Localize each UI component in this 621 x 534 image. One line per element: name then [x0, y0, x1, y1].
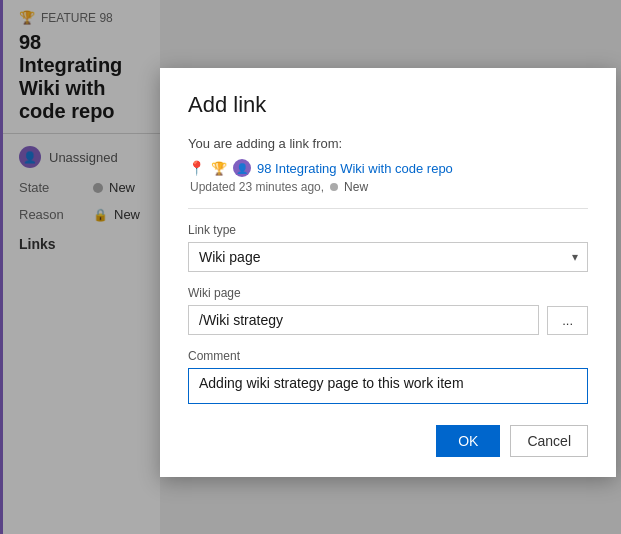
modal-footer: OK Cancel [188, 425, 588, 457]
source-link[interactable]: 98 Integrating Wiki with code repo [257, 161, 453, 176]
comment-label: Comment [188, 349, 588, 363]
person-icon: 👤 [233, 159, 251, 177]
comment-input[interactable]: Adding wiki strategy page to this work i… [188, 368, 588, 404]
link-source-row: 📍 🏆 👤 98 Integrating Wiki with code repo [188, 159, 588, 177]
source-state-text: New [344, 180, 368, 194]
cancel-button[interactable]: Cancel [510, 425, 588, 457]
browse-button[interactable]: ... [547, 306, 588, 335]
comment-group: Comment Adding wiki strategy page to thi… [188, 349, 588, 407]
wiki-page-group: Wiki page ... [188, 286, 588, 335]
link-type-label: Link type [188, 223, 588, 237]
link-type-group: Link type Wiki page ▾ [188, 223, 588, 272]
wiki-page-label: Wiki page [188, 286, 588, 300]
pin-icon: 📍 [188, 160, 205, 176]
modal-divider [188, 208, 588, 209]
link-type-select[interactable]: Wiki page [188, 242, 588, 272]
source-state-dot [330, 183, 338, 191]
trophy-icon-small: 🏆 [211, 161, 227, 176]
add-link-modal: Add link You are adding a link from: 📍 🏆… [160, 68, 616, 477]
source-updated: Updated 23 minutes ago, New [190, 180, 588, 194]
link-type-select-wrapper: Wiki page ▾ [188, 242, 588, 272]
wiki-page-row: ... [188, 305, 588, 335]
modal-title: Add link [188, 92, 588, 118]
wiki-page-input[interactable] [188, 305, 539, 335]
modal-subtitle: You are adding a link from: [188, 136, 588, 151]
ok-button[interactable]: OK [436, 425, 500, 457]
